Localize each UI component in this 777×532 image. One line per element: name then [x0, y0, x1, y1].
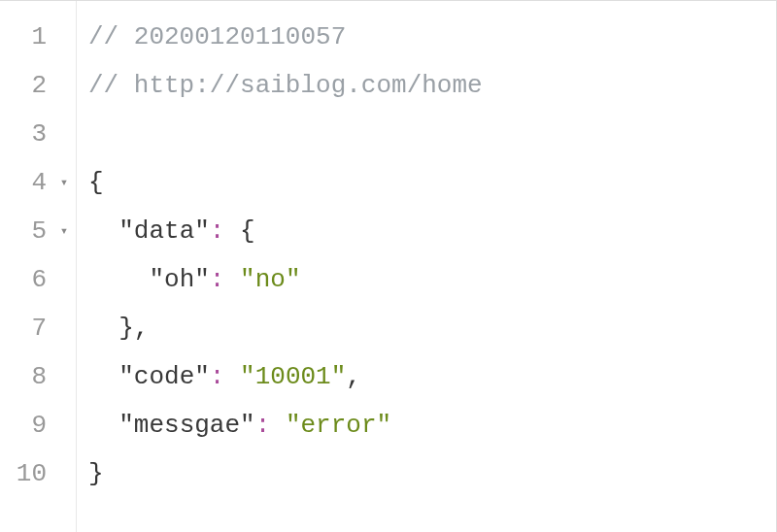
- fold-column: ▾ ▾: [52, 13, 76, 532]
- fold-cell: [52, 110, 76, 158]
- fold-cell: [52, 401, 76, 449]
- brace: },: [118, 314, 149, 343]
- colon: :: [210, 265, 240, 294]
- fold-cell: [52, 255, 76, 304]
- brace: {: [88, 168, 104, 197]
- json-string: "error": [286, 411, 391, 440]
- code-line: "data": {: [88, 207, 776, 255]
- code-line: "code": "10001",: [88, 352, 776, 401]
- code-line: "oh": "no": [88, 255, 776, 304]
- fold-cell: [52, 449, 76, 498]
- code-line: // http://saiblog.com/home: [88, 61, 776, 110]
- code-line: [88, 110, 776, 158]
- fold-toggle[interactable]: ▾: [52, 207, 76, 255]
- line-number: 3: [14, 110, 47, 158]
- chevron-down-icon: ▾: [60, 158, 68, 207]
- brace: }: [88, 459, 104, 488]
- code-line: {: [88, 158, 776, 207]
- code-line: // 20200120110057: [88, 13, 776, 61]
- code-editor: 1 2 3 4 5 6 7 8 9 10 ▾ ▾ // 202001201100…: [0, 0, 777, 532]
- fold-cell: [52, 304, 76, 352]
- line-number: 4: [14, 158, 47, 207]
- chevron-down-icon: ▾: [60, 207, 68, 255]
- code-line: },: [88, 304, 776, 352]
- line-number: 2: [14, 61, 47, 110]
- colon: :: [210, 362, 240, 391]
- comment-text: // http://saiblog.com/home: [88, 71, 483, 100]
- json-key: "data": [118, 216, 210, 246]
- json-key: "oh": [149, 265, 209, 294]
- json-string: "10001": [240, 362, 346, 391]
- line-number: 9: [14, 401, 47, 449]
- json-key: "code": [118, 362, 210, 391]
- colon: :: [255, 411, 286, 440]
- line-number: 6: [14, 255, 47, 304]
- line-number: 10: [14, 449, 47, 498]
- colon: :: [210, 216, 240, 246]
- comma: ,: [346, 362, 361, 391]
- line-number: 8: [14, 352, 47, 401]
- line-number: 1: [14, 13, 47, 61]
- comment-text: // 20200120110057: [88, 22, 346, 51]
- fold-toggle[interactable]: ▾: [52, 158, 76, 207]
- json-string: "no": [240, 265, 300, 294]
- brace: {: [240, 216, 255, 246]
- gutter: 1 2 3 4 5 6 7 8 9 10 ▾ ▾: [0, 1, 77, 532]
- line-number: 7: [14, 304, 47, 352]
- line-number: 5: [14, 207, 47, 255]
- json-key: "messgae": [118, 411, 254, 440]
- fold-cell: [52, 61, 76, 110]
- fold-cell: [52, 352, 76, 401]
- code-area[interactable]: // 20200120110057 // http://saiblog.com/…: [77, 1, 776, 532]
- code-line: "messgae": "error": [88, 401, 776, 449]
- code-line: }: [88, 449, 776, 498]
- line-numbers: 1 2 3 4 5 6 7 8 9 10: [0, 13, 52, 532]
- fold-cell: [52, 13, 76, 61]
